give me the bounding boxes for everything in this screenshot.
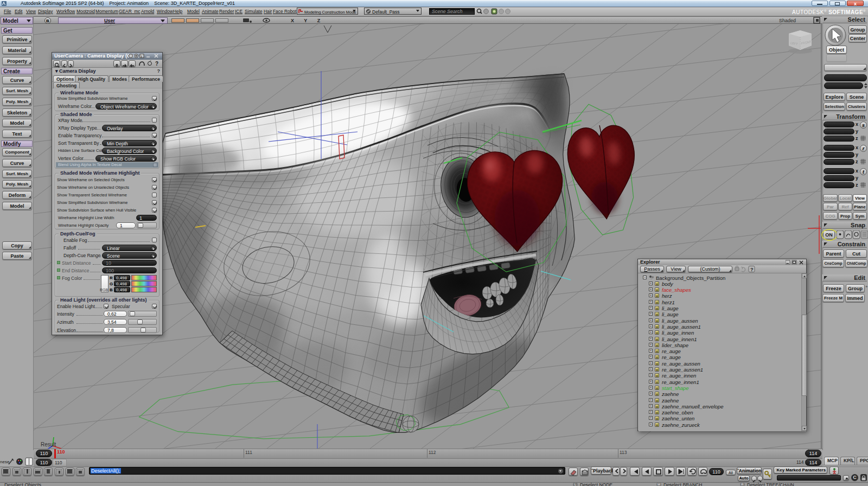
svg-text:?: ? xyxy=(155,61,158,67)
svg-text:?: ? xyxy=(750,267,754,272)
